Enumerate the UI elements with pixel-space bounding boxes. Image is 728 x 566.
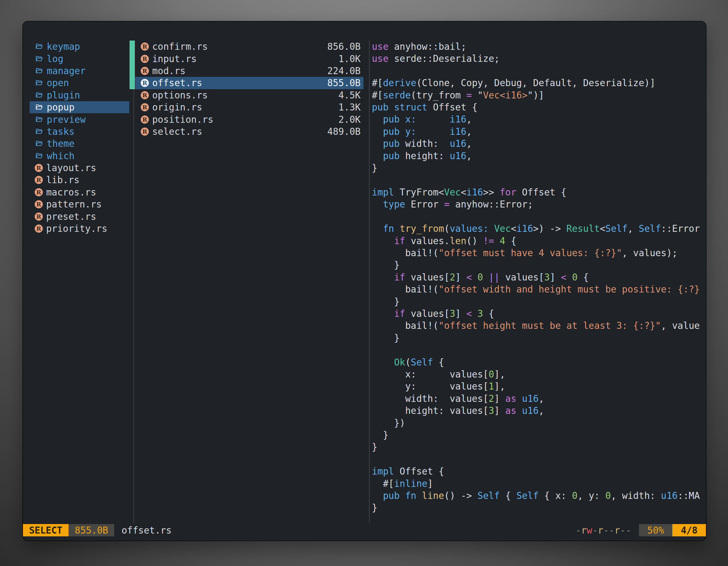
- code-line: bail!("offset height must be at least 3:…: [372, 319, 704, 332]
- folder-open-icon: [35, 116, 43, 123]
- status-right: -rw-r--r-- 50% 4/8: [576, 524, 706, 536]
- code-line: [372, 344, 704, 356]
- sidebar-item-label: plugin: [47, 90, 80, 101]
- code-line: if values[3] < 3 {: [372, 307, 704, 319]
- sidebar-item-label: priority.rs: [46, 223, 107, 234]
- code-line: use anyhow::bail;: [372, 41, 704, 53]
- code-line: #[derive(Clone, Copy, Debug, Default, De…: [372, 77, 704, 89]
- sidebar-item-preset-rs[interactable]: Rpreset.rs: [30, 210, 129, 222]
- code-line: bail!("offset width and height must be p…: [372, 283, 704, 295]
- file-name: options.rs: [152, 90, 208, 101]
- rust-file-icon: R: [141, 67, 149, 75]
- sidebar-item-label: lib.rs: [46, 175, 79, 186]
- sidebar-item-label: macros.rs: [46, 187, 96, 198]
- file-name: select.rs: [152, 126, 202, 137]
- sidebar-item-label: log: [47, 53, 64, 64]
- code-line: [372, 211, 704, 223]
- rust-file-icon: R: [141, 43, 149, 51]
- code-line: pub fn line() -> Self { Self { x: 0, y: …: [372, 490, 704, 502]
- code-line: type Error = anyhow::Error;: [372, 198, 704, 210]
- code-line: [372, 65, 704, 77]
- sidebar-item-label: pattern.rs: [46, 199, 102, 210]
- file-size: 855.0B: [327, 78, 361, 88]
- file-size: 489.0B: [327, 126, 361, 137]
- parent-pane: keymap log manager open plugin popup pre…: [30, 41, 129, 523]
- code-line: bail!("offset must have 4 values: {:?}",…: [372, 247, 704, 259]
- sidebar-item-plugin[interactable]: plugin: [30, 89, 129, 101]
- rust-file-icon: R: [35, 188, 43, 196]
- folder-open-icon: [35, 128, 43, 135]
- code-line: use serde::Deserialize;: [372, 53, 704, 65]
- code-line: pub x: i16,: [372, 113, 704, 125]
- file-size: 224.0B: [327, 65, 361, 76]
- file-size: 4.5K: [339, 90, 361, 101]
- code-line: }: [372, 429, 704, 441]
- file-row-mod-rs[interactable]: Rmod.rs224.0B: [135, 65, 363, 77]
- file-name: mod.rs: [152, 65, 185, 76]
- file-row-confirm-rs[interactable]: Rconfirm.rs856.0B: [135, 41, 363, 53]
- file-permissions: -rw-r--r--: [576, 525, 631, 536]
- pane-separator-left: [133, 41, 134, 523]
- sidebar-item-which[interactable]: which: [30, 150, 129, 162]
- sidebar-item-manager[interactable]: manager: [30, 65, 129, 77]
- file-size: 856.0B: [327, 41, 361, 52]
- code-line: fn try_from(values: Vec<i16>) -> Result<…: [372, 223, 704, 235]
- folder-open-icon: [35, 140, 43, 147]
- sidebar-item-layout-rs[interactable]: Rlayout.rs: [30, 162, 129, 174]
- code-line: [372, 174, 704, 186]
- terminal-window: keymap log manager open plugin popup pre…: [22, 21, 706, 541]
- sidebar-item-popup[interactable]: popup: [30, 101, 129, 113]
- code-line: #[serde(try_from = "Vec<i16>")]: [372, 89, 704, 101]
- sidebar-item-priority-rs[interactable]: Rpriority.rs: [30, 223, 129, 235]
- code-line: }: [372, 259, 704, 271]
- file-name: input.rs: [152, 53, 197, 64]
- sidebar-item-preview[interactable]: preview: [30, 113, 129, 125]
- file-row-options-rs[interactable]: Roptions.rs4.5K: [135, 89, 363, 101]
- rust-file-icon: R: [141, 116, 149, 124]
- file-row-origin-rs[interactable]: Rorigin.rs1.3K: [135, 101, 363, 113]
- code-line: impl TryFrom<Vec<i16>> for Offset {: [372, 186, 704, 198]
- folder-open-icon: [35, 152, 43, 160]
- rust-file-icon: R: [35, 213, 43, 221]
- code-line: pub struct Offset {: [372, 101, 704, 113]
- file-row-select-rs[interactable]: Rselect.rs489.0B: [135, 126, 363, 138]
- code-line: }): [372, 417, 704, 429]
- sidebar-item-open[interactable]: open: [30, 77, 129, 89]
- sidebar-item-label: preview: [47, 114, 86, 125]
- code-line: Ok(Self {: [372, 356, 704, 368]
- sidebar-item-pattern-rs[interactable]: Rpattern.rs: [30, 198, 129, 210]
- file-row-offset-rs[interactable]: Roffset.rs855.0B: [135, 77, 363, 89]
- code-line: y: values[1],: [372, 380, 704, 392]
- code-line: height: values[3] as u16,: [372, 405, 704, 417]
- folder-open-icon: [35, 104, 43, 111]
- folder-open-icon: [35, 79, 43, 87]
- sidebar-item-log[interactable]: log: [30, 53, 129, 65]
- code-line: }: [372, 332, 704, 344]
- rust-file-icon: R: [141, 103, 149, 111]
- code-line: }: [372, 162, 704, 174]
- file-row-position-rs[interactable]: Rposition.rs2.0K: [135, 113, 363, 125]
- sidebar-item-label: keymap: [47, 41, 80, 52]
- file-name: confirm.rs: [152, 41, 208, 52]
- code-line: }: [372, 295, 704, 307]
- sidebar-item-label: layout.rs: [46, 163, 96, 173]
- rust-file-icon: R: [35, 200, 43, 208]
- file-name: position.rs: [152, 114, 213, 125]
- sidebar-item-label: popup: [47, 102, 74, 113]
- status-bar: SELECT 855.0B offset.rs -rw-r--r-- 50% 4…: [23, 524, 706, 536]
- sidebar-item-theme[interactable]: theme: [30, 138, 129, 150]
- rust-file-icon: R: [141, 79, 149, 87]
- code-line: }: [372, 502, 704, 514]
- folder-open-icon: [35, 55, 43, 63]
- sidebar-item-keymap[interactable]: keymap: [30, 41, 129, 53]
- file-row-input-rs[interactable]: Rinput.rs1.0K: [135, 53, 363, 65]
- rust-file-icon: R: [141, 55, 149, 63]
- folder-open-icon: [35, 91, 43, 99]
- sidebar-item-label: manager: [47, 65, 86, 76]
- sidebar-item-macros-rs[interactable]: Rmacros.rs: [30, 186, 129, 198]
- file-size: 1.0K: [339, 53, 361, 64]
- sidebar-item-lib-rs[interactable]: Rlib.rs: [30, 174, 129, 186]
- code-line: pub width: u16,: [372, 138, 704, 150]
- code-line: #[inline]: [372, 478, 704, 490]
- sidebar-item-tasks[interactable]: tasks: [30, 126, 129, 138]
